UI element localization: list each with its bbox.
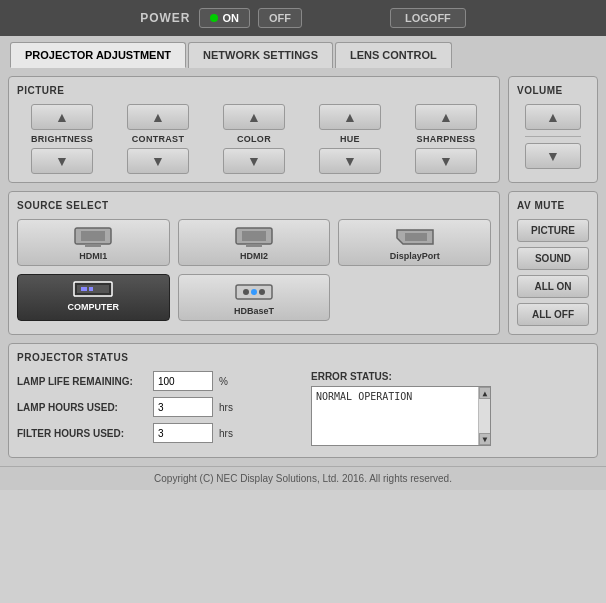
source-hdbaset-button[interactable]: HDBaseT	[178, 274, 331, 321]
av-mute-title: AV MUTE	[517, 200, 589, 211]
source-select-panel: SOURCE SELECT HDMI1	[8, 191, 500, 335]
svg-point-14	[259, 289, 265, 295]
color-down-button[interactable]: ▼	[223, 148, 285, 174]
projector-status-panel: PROJECTOR STATUS LAMP LIFE REMAINING: % …	[8, 343, 598, 458]
volume-up-button[interactable]: ▲	[525, 104, 581, 130]
sharpness-down-button[interactable]: ▼	[415, 148, 477, 174]
source-displayport-button[interactable]: DisplayPort	[338, 219, 491, 266]
error-status-value: NORMAL OPERATION	[316, 391, 412, 402]
hdmi1-label: HDMI1	[79, 251, 107, 261]
source-hdmi2-button[interactable]: HDMI2	[178, 219, 331, 266]
lamp-hours-label: LAMP HOURS USED:	[17, 402, 147, 413]
volume-panel: VOLUME ▲ ▼	[508, 76, 598, 183]
projector-status-title: PROJECTOR STATUS	[17, 352, 589, 363]
svg-point-13	[251, 289, 257, 295]
source-select-title: SOURCE SELECT	[17, 200, 491, 211]
volume-title: VOLUME	[517, 85, 589, 96]
svg-point-12	[243, 289, 249, 295]
contrast-control: ▲ CONTRAST ▼	[127, 104, 189, 174]
av-mute-all-off-button[interactable]: ALL OFF	[517, 303, 589, 326]
displayport-label: DisplayPort	[390, 251, 440, 261]
lamp-life-input[interactable]	[153, 371, 213, 391]
hdmi2-label: HDMI2	[240, 251, 268, 261]
svg-rect-5	[246, 244, 262, 247]
color-control: ▲ COLOR ▼	[223, 104, 285, 174]
brightness-control: ▲ BRIGHTNESS ▼	[31, 104, 93, 174]
lamp-hours-unit: hrs	[219, 402, 233, 413]
av-mute-all-on-button[interactable]: ALL ON	[517, 275, 589, 298]
color-label: COLOR	[237, 134, 271, 144]
main-content: PICTURE ▲ BRIGHTNESS ▼ ▲ CONTRAST ▼ ▲ CO…	[0, 68, 606, 466]
picture-panel: PICTURE ▲ BRIGHTNESS ▼ ▲ CONTRAST ▼ ▲ CO…	[8, 76, 500, 183]
brightness-up-button[interactable]: ▲	[31, 104, 93, 130]
status-fields: LAMP LIFE REMAINING: % LAMP HOURS USED: …	[17, 371, 295, 449]
hue-label: HUE	[340, 134, 360, 144]
sharpness-up-button[interactable]: ▲	[415, 104, 477, 130]
filter-hours-unit: hrs	[219, 428, 233, 439]
av-mute-controls: PICTURE SOUND ALL ON ALL OFF	[517, 219, 589, 326]
hdbaset-label: HDBaseT	[234, 306, 274, 316]
hue-down-button[interactable]: ▼	[319, 148, 381, 174]
error-section: ERROR STATUS: NORMAL OPERATION ▲ ▼	[311, 371, 589, 446]
volume-divider	[525, 136, 581, 137]
hue-control: ▲ HUE ▼	[319, 104, 381, 174]
volume-controls: ▲ ▼	[517, 104, 589, 169]
hdbaset-icon	[234, 281, 274, 303]
source-computer-button[interactable]: COMPUTER	[17, 274, 170, 321]
sharpness-label: SHARPNESS	[417, 134, 476, 144]
svg-rect-1	[81, 231, 105, 241]
av-mute-panel: AV MUTE PICTURE SOUND ALL ON ALL OFF	[508, 191, 598, 335]
color-up-button[interactable]: ▲	[223, 104, 285, 130]
filter-hours-row: FILTER HOURS USED: hrs	[17, 423, 295, 443]
sharpness-control: ▲ SHARPNESS ▼	[415, 104, 477, 174]
power-label: POWER	[140, 11, 190, 25]
computer-icon	[73, 281, 113, 299]
av-mute-sound-button[interactable]: SOUND	[517, 247, 589, 270]
svg-rect-4	[242, 231, 266, 241]
contrast-down-button[interactable]: ▼	[127, 148, 189, 174]
scroll-down-arrow[interactable]: ▼	[479, 433, 491, 445]
contrast-up-button[interactable]: ▲	[127, 104, 189, 130]
power-on-label: ON	[223, 12, 240, 24]
source-hdmi1-button[interactable]: HDMI1	[17, 219, 170, 266]
lamp-life-unit: %	[219, 376, 228, 387]
volume-down-button[interactable]: ▼	[525, 143, 581, 169]
filter-hours-input[interactable]	[153, 423, 213, 443]
svg-rect-2	[85, 244, 101, 247]
displayport-icon	[395, 226, 435, 248]
hdmi2-icon	[234, 226, 274, 248]
svg-rect-6	[405, 233, 427, 241]
brightness-label: BRIGHTNESS	[31, 134, 93, 144]
power-indicator	[210, 14, 218, 22]
tab-bar: PROJECTOR ADJUSTMENT NETWORK SETTINGS LE…	[0, 36, 606, 68]
contrast-label: CONTRAST	[132, 134, 184, 144]
lamp-life-label: LAMP LIFE REMAINING:	[17, 376, 147, 387]
hdmi1-icon	[73, 226, 113, 248]
tab-lens-control[interactable]: LENS CONTROL	[335, 42, 452, 68]
computer-label: COMPUTER	[68, 302, 120, 312]
top-bar: POWER ON OFF LOGOFF	[0, 0, 606, 36]
tab-network-settings[interactable]: NETWORK SETTINGS	[188, 42, 333, 68]
svg-rect-9	[81, 287, 87, 291]
power-off-button[interactable]: OFF	[258, 8, 302, 28]
logoff-button[interactable]: LOGOFF	[390, 8, 466, 28]
picture-title: PICTURE	[17, 85, 491, 96]
error-scrollbar[interactable]: ▲ ▼	[478, 387, 490, 445]
brightness-down-button[interactable]: ▼	[31, 148, 93, 174]
source-grid: HDMI1 HDMI2	[17, 219, 491, 321]
lamp-life-row: LAMP LIFE REMAINING: %	[17, 371, 295, 391]
status-content: LAMP LIFE REMAINING: % LAMP HOURS USED: …	[17, 371, 589, 449]
error-status-label: ERROR STATUS:	[311, 371, 589, 382]
footer-text: Copyright (C) NEC Display Solutions, Ltd…	[154, 473, 452, 484]
error-status-box: NORMAL OPERATION ▲ ▼	[311, 386, 491, 446]
svg-rect-10	[89, 287, 93, 291]
power-on-button[interactable]: ON	[199, 8, 251, 28]
scroll-up-arrow[interactable]: ▲	[479, 387, 491, 399]
lamp-hours-input[interactable]	[153, 397, 213, 417]
filter-hours-label: FILTER HOURS USED:	[17, 428, 147, 439]
av-mute-picture-button[interactable]: PICTURE	[517, 219, 589, 242]
tab-projector-adjustment[interactable]: PROJECTOR ADJUSTMENT	[10, 42, 186, 68]
picture-controls: ▲ BRIGHTNESS ▼ ▲ CONTRAST ▼ ▲ COLOR ▼ ▲ …	[17, 104, 491, 174]
lamp-hours-row: LAMP HOURS USED: hrs	[17, 397, 295, 417]
hue-up-button[interactable]: ▲	[319, 104, 381, 130]
